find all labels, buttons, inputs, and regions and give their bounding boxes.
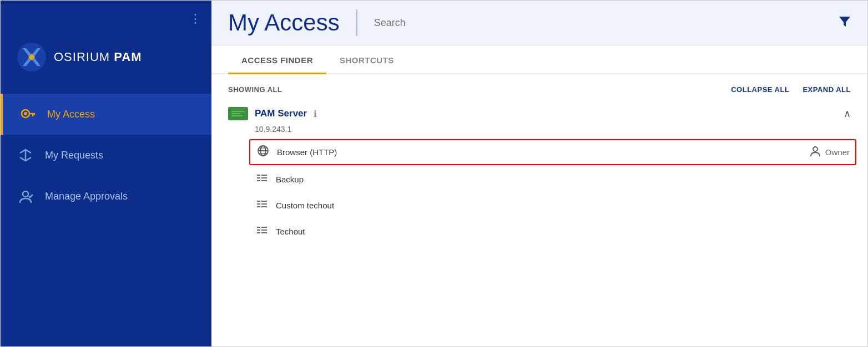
sidebar-manage-approvals-label: Manage Approvals — [45, 191, 128, 202]
key-icon — [19, 106, 36, 123]
access-role-owner: Owner — [810, 145, 850, 159]
sidebar-my-access-label: My Access — [47, 109, 95, 120]
chevron-up-icon[interactable]: ∧ — [844, 108, 851, 120]
svg-point-4 — [24, 112, 27, 115]
sidebar-navigation: My Access My Requests — [1, 94, 211, 217]
tabs-row: ACCESS FINDER SHORTCUTS — [211, 45, 867, 74]
access-item-custom-techout[interactable]: Custom techout — [255, 192, 851, 218]
server-name[interactable]: PAM Server — [255, 108, 307, 119]
info-icon[interactable]: ℹ — [314, 109, 317, 119]
showing-header: SHOWING ALL COLLAPSE ALL EXPAND ALL — [228, 85, 851, 94]
svg-point-9 — [23, 191, 28, 197]
sidebar-my-requests-label: My Requests — [45, 150, 103, 161]
server-header: PAM Server ℹ ∧ — [228, 103, 851, 125]
server-group: PAM Server ℹ ∧ 10.9.243.1 — [228, 103, 851, 244]
search-area — [374, 15, 851, 30]
collapse-all-button[interactable]: COLLAPSE ALL — [731, 85, 789, 94]
access-name-browser-http: Browser (HTTP) — [277, 147, 803, 157]
filter-icon[interactable] — [839, 15, 851, 30]
tab-shortcuts[interactable]: SHORTCUTS — [326, 45, 407, 74]
collapse-expand-controls: COLLAPSE ALL EXPAND ALL — [731, 85, 851, 94]
svg-marker-10 — [839, 17, 850, 27]
showing-label: SHOWING ALL — [228, 85, 282, 94]
access-item-browser-http[interactable]: Browser (HTTP) Owner — [249, 139, 856, 165]
svg-rect-12 — [231, 111, 245, 112]
server-ip: 10.9.243.1 — [255, 125, 851, 134]
sidebar-logo: OSIRIUM PAM — [1, 32, 211, 94]
access-name-backup: Backup — [276, 175, 851, 184]
svg-rect-13 — [231, 113, 240, 114]
server-icon — [228, 107, 248, 120]
sidebar: ⋮ OSIRIUM PAM — [1, 1, 211, 346]
logo-text: OSIRIUM PAM — [54, 50, 142, 64]
header-divider — [356, 9, 357, 36]
svg-rect-14 — [231, 115, 243, 116]
search-input[interactable] — [374, 17, 833, 29]
page-title: My Access — [228, 9, 340, 36]
role-label-owner: Owner — [825, 147, 850, 157]
osirium-logo-icon — [17, 43, 46, 72]
person-icon — [810, 145, 821, 159]
checklist-icon-custom-techout — [255, 198, 269, 213]
checklist-icon-techout — [255, 224, 269, 239]
expand-all-button[interactable]: EXPAND ALL — [803, 85, 851, 94]
svg-point-20 — [813, 147, 817, 151]
sidebar-item-my-requests[interactable]: My Requests — [1, 135, 211, 176]
main-content: My Access ACCESS FINDER SHORTCUTS SHOWIN… — [211, 1, 867, 346]
menu-dots-icon[interactable]: ⋮ — [189, 12, 203, 26]
tab-access-finder[interactable]: ACCESS FINDER — [228, 45, 326, 74]
checklist-icon-backup — [255, 172, 269, 187]
requests-icon — [17, 147, 34, 164]
access-item-backup[interactable]: Backup — [255, 166, 851, 192]
access-item-techout[interactable]: Techout — [255, 218, 851, 244]
access-name-custom-techout: Custom techout — [276, 201, 851, 210]
content-area: SHOWING ALL COLLAPSE ALL EXPAND ALL — [211, 74, 867, 346]
sidebar-item-manage-approvals[interactable]: Manage Approvals — [1, 176, 211, 217]
sidebar-item-my-access[interactable]: My Access — [1, 94, 211, 135]
main-header: My Access — [211, 1, 867, 45]
access-name-techout: Techout — [276, 227, 851, 236]
access-list: Browser (HTTP) Owner — [255, 139, 851, 244]
approvals-icon — [17, 188, 34, 205]
sidebar-top: ⋮ — [1, 1, 211, 32]
globe-icon — [256, 145, 270, 160]
